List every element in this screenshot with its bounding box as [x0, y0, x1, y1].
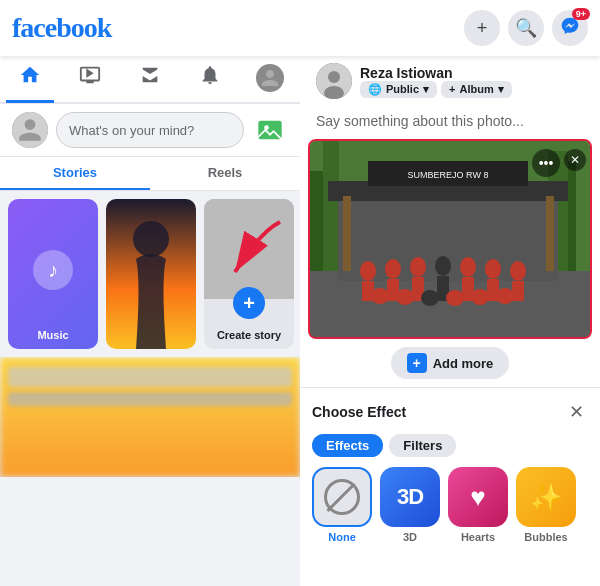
3d-text-icon: 3D [397, 484, 423, 510]
svg-point-36 [396, 289, 414, 305]
photo-options-button[interactable]: ••• [532, 149, 560, 177]
effect-bubbles[interactable]: ✨ Bubbles [516, 467, 576, 543]
header-icons: + 🔍 9+ [464, 10, 588, 46]
effects-list: None 3D 3D ♥ Hearts ✨ Bubb [312, 467, 588, 543]
add-button[interactable]: + [464, 10, 500, 46]
svg-rect-14 [310, 271, 590, 339]
sunset-silhouette-icon [106, 199, 196, 349]
svg-rect-19 [343, 196, 351, 271]
stories-reels-tabs: Stories Reels [0, 157, 300, 191]
profile-avatar [256, 64, 284, 92]
effect-3d-label: 3D [403, 531, 417, 543]
user-details: Reza Istiowan 🌐 Public ▾ + Album ▾ [360, 65, 584, 98]
nav-profile[interactable] [246, 55, 294, 103]
close-effect-button[interactable]: ✕ [564, 400, 588, 424]
search-button[interactable]: 🔍 [508, 10, 544, 46]
effect-none-thumb [312, 467, 372, 527]
tab-reels[interactable]: Reels [150, 157, 300, 190]
hearts-icon: ♥ [470, 482, 485, 513]
svg-point-35 [371, 288, 389, 304]
effect-3d[interactable]: 3D 3D [380, 467, 440, 543]
effect-3d-thumb: 3D [380, 467, 440, 527]
effect-filter-tabs: Effects Filters [312, 434, 588, 457]
create-story-plus-icon: + [233, 287, 265, 319]
facebook-logo: facebook [12, 12, 111, 44]
add-more-button[interactable]: + Add more [391, 347, 510, 379]
story-card-create[interactable]: + Create story [204, 199, 294, 349]
effect-bubbles-thumb: ✨ [516, 467, 576, 527]
add-more-section: + Add more [300, 339, 600, 387]
svg-point-31 [485, 259, 501, 279]
nav-home[interactable] [6, 55, 54, 103]
story-card-sunset[interactable] [106, 199, 196, 349]
svg-point-4 [133, 221, 169, 257]
marketplace-icon [139, 64, 161, 91]
nav-marketplace[interactable] [126, 55, 174, 103]
messenger-button[interactable]: 9+ [552, 10, 588, 46]
bubbles-icon: ✨ [530, 482, 562, 513]
svg-point-23 [385, 259, 401, 279]
nav-watch[interactable] [66, 55, 114, 103]
photo-preview-container: SUMBEREJO RW 8 [308, 139, 592, 339]
svg-point-33 [510, 261, 526, 281]
slash-icon [324, 479, 360, 515]
post-user-avatar [12, 112, 48, 148]
photo-remove-button[interactable]: ✕ [564, 149, 586, 171]
choose-effect-header: Choose Effect ✕ [312, 400, 588, 424]
tab-filters[interactable]: Filters [389, 434, 456, 457]
blurred-feed-area [0, 357, 300, 477]
create-story-label: Create story [204, 329, 294, 341]
caption-input-area[interactable]: Say something about this photo... [300, 109, 600, 139]
privacy-selector[interactable]: 🌐 Public ▾ [360, 81, 437, 98]
post-input[interactable]: What's on your mind? [56, 112, 244, 148]
post-box: What's on your mind? [0, 104, 300, 157]
effect-none[interactable]: None [312, 467, 372, 543]
messenger-badge: 9+ [572, 8, 590, 20]
user-info-section: Reza Istiowan 🌐 Public ▾ + Album ▾ [300, 53, 600, 109]
header: facebook + 🔍 9+ [0, 0, 600, 56]
svg-point-25 [410, 257, 426, 277]
watch-icon [79, 64, 101, 91]
search-icon: 🔍 [515, 17, 537, 39]
stories-grid: ♪ Music + Create story [0, 191, 300, 357]
album-selector[interactable]: + Album ▾ [441, 81, 512, 98]
svg-point-38 [446, 290, 464, 306]
globe-icon: 🌐 [368, 83, 382, 96]
effect-bubbles-label: Bubbles [524, 531, 567, 543]
effect-hearts-thumb: ♥ [448, 467, 508, 527]
music-icon: ♪ [33, 250, 73, 290]
svg-rect-5 [204, 199, 294, 299]
create-post-avatar [316, 63, 352, 99]
navbar [0, 56, 300, 104]
right-panel: ← Create post POST Reza Istiowan 🌐 Publi… [300, 0, 600, 586]
add-more-icon: + [407, 353, 427, 373]
story-card-music[interactable]: ♪ Music [8, 199, 98, 349]
plus-icon: + [449, 83, 455, 95]
svg-rect-20 [546, 196, 554, 271]
tab-effects[interactable]: Effects [312, 434, 383, 457]
effect-hearts[interactable]: ♥ Hearts [448, 467, 508, 543]
user-privacy-controls: 🌐 Public ▾ + Album ▾ [360, 81, 584, 98]
effect-hearts-label: Hearts [461, 531, 495, 543]
svg-point-7 [328, 71, 340, 83]
svg-point-27 [435, 256, 451, 276]
left-panel: What's on your mind? Stories Reels ♪ Mus… [0, 104, 300, 586]
svg-point-37 [421, 290, 439, 306]
svg-point-39 [471, 289, 489, 305]
svg-point-40 [496, 288, 514, 304]
user-name: Reza Istiowan [360, 65, 584, 81]
svg-point-21 [360, 261, 376, 281]
nav-notifications[interactable] [186, 55, 234, 103]
svg-text:SUMBEREJO RW 8: SUMBEREJO RW 8 [408, 170, 489, 180]
create-preview-icon [204, 199, 294, 299]
bell-icon [199, 64, 221, 91]
choose-effect-title: Choose Effect [312, 404, 406, 420]
chevron-down-icon: ▾ [423, 83, 429, 96]
photo-upload-button[interactable] [252, 112, 288, 148]
story-music-label: Music [8, 329, 98, 341]
effect-none-label: None [328, 531, 356, 543]
svg-rect-34 [512, 281, 524, 301]
svg-point-29 [460, 257, 476, 277]
tab-stories[interactable]: Stories [0, 157, 150, 190]
choose-effect-panel: Choose Effect ✕ Effects Filters None 3D [300, 387, 600, 555]
